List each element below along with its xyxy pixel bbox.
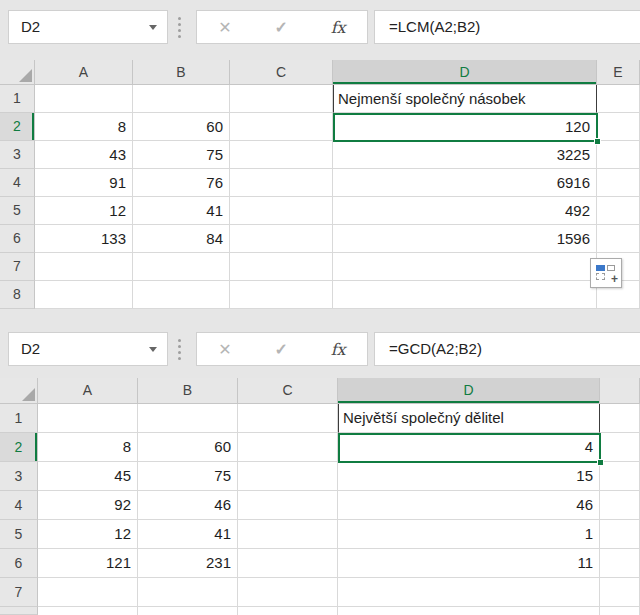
cell-C6[interactable] (230, 225, 333, 253)
cell-C2[interactable] (238, 433, 338, 462)
cell-partial[interactable] (338, 607, 600, 615)
cell-c43[interactable] (600, 462, 640, 491)
row-header-partial[interactable] (0, 607, 38, 615)
cell-c44[interactable] (600, 491, 640, 520)
cell-C6[interactable] (238, 549, 338, 578)
enter-icon[interactable]: ✓ (275, 18, 288, 37)
cell-B1[interactable] (138, 404, 238, 433)
drag-dots-separator[interactable] (175, 17, 183, 38)
cell-C8[interactable] (230, 281, 333, 309)
cell-B6[interactable]: 231 (138, 549, 238, 578)
cell-c42[interactable] (600, 433, 640, 462)
name-box[interactable]: D2 (8, 10, 168, 44)
row-header-7[interactable]: 7 (0, 578, 38, 607)
cell-C1[interactable] (230, 85, 333, 113)
cell-B4[interactable]: 46 (138, 491, 238, 520)
cell-C7[interactable] (238, 578, 338, 607)
cell-A3[interactable]: 43 (35, 141, 133, 169)
cell-partial[interactable] (238, 607, 338, 615)
row-header-5[interactable]: 5 (0, 520, 38, 549)
row-header-7[interactable]: 7 (0, 253, 35, 281)
cell-E1[interactable] (597, 85, 640, 113)
cell-c41[interactable] (600, 404, 640, 433)
cell-D3[interactable]: 15 (338, 462, 600, 491)
cell-A7[interactable] (35, 253, 133, 281)
row-header-1[interactable]: 1 (0, 85, 35, 113)
formula-input[interactable]: =GCD(A2;B2) (374, 332, 640, 366)
cell-C5[interactable] (230, 197, 333, 225)
cell-B8[interactable] (133, 281, 230, 309)
drag-dots-separator[interactable] (175, 339, 183, 360)
cell-D1[interactable]: Největší společný dělitel (338, 404, 600, 433)
column-header-E[interactable]: E (597, 60, 640, 85)
cell-A6[interactable]: 121 (38, 549, 138, 578)
cell-B1[interactable] (133, 85, 230, 113)
cell-B3[interactable]: 75 (133, 141, 230, 169)
cancel-icon[interactable]: ✕ (218, 340, 231, 359)
cell-D8[interactable] (333, 281, 597, 309)
cell-A7[interactable] (38, 578, 138, 607)
fill-handle[interactable] (597, 459, 604, 466)
enter-icon[interactable]: ✓ (275, 340, 288, 359)
cell-D5[interactable]: 1 (338, 520, 600, 549)
row-header-6[interactable]: 6 (0, 225, 35, 253)
cell-A2[interactable]: 8 (38, 433, 138, 462)
cell-c45[interactable] (600, 520, 640, 549)
cell-A3[interactable]: 45 (38, 462, 138, 491)
cell-B7[interactable] (138, 578, 238, 607)
insert-function-icon[interactable]: fx (331, 340, 346, 359)
cell-E2[interactable] (597, 113, 640, 141)
cell-c47[interactable] (600, 578, 640, 607)
insert-function-icon[interactable]: fx (331, 18, 346, 37)
chevron-down-icon[interactable] (149, 347, 157, 352)
cell-D4[interactable]: 46 (338, 491, 600, 520)
cell-B3[interactable]: 75 (138, 462, 238, 491)
cell-A4[interactable]: 91 (35, 169, 133, 197)
column-header-B[interactable]: B (138, 378, 238, 404)
column-header-e[interactable] (600, 378, 640, 404)
cell-A1[interactable] (38, 404, 138, 433)
name-box[interactable]: D2 (8, 332, 168, 366)
cell-A8[interactable] (35, 281, 133, 309)
cell-D2[interactable]: 4 (338, 433, 600, 462)
cell-D1[interactable]: Nejmenší společný násobek (333, 85, 597, 113)
cell-B2[interactable]: 60 (138, 433, 238, 462)
cell-B6[interactable]: 84 (133, 225, 230, 253)
cell-A1[interactable] (35, 85, 133, 113)
column-header-C[interactable]: C (238, 378, 338, 404)
cell-A6[interactable]: 133 (35, 225, 133, 253)
cell-D3[interactable]: 3225 (333, 141, 597, 169)
cell-B4[interactable]: 76 (133, 169, 230, 197)
cell-A5[interactable]: 12 (35, 197, 133, 225)
column-header-C[interactable]: C (230, 60, 333, 85)
cell-partial[interactable] (138, 607, 238, 615)
cell-A4[interactable]: 92 (38, 491, 138, 520)
cell-E6[interactable] (597, 225, 640, 253)
chevron-down-icon[interactable] (149, 25, 157, 30)
row-header-6[interactable]: 6 (0, 549, 38, 578)
cell-D5[interactable]: 492 (333, 197, 597, 225)
column-header-A[interactable]: A (38, 378, 138, 404)
column-header-D[interactable]: D (333, 60, 597, 85)
cell-C7[interactable] (230, 253, 333, 281)
cell-D4[interactable]: 6916 (333, 169, 597, 197)
column-header-D[interactable]: D (338, 378, 600, 404)
cell-C1[interactable] (238, 404, 338, 433)
cell-E5[interactable] (597, 197, 640, 225)
cell-C3[interactable] (238, 462, 338, 491)
formula-input[interactable]: =LCM(A2;B2) (374, 10, 640, 44)
cell-D7[interactable] (338, 578, 600, 607)
row-header-5[interactable]: 5 (0, 197, 35, 225)
cell-B2[interactable]: 60 (133, 113, 230, 141)
fill-handle[interactable] (594, 138, 601, 145)
row-header-3[interactable]: 3 (0, 462, 38, 491)
cell-E4[interactable] (597, 169, 640, 197)
cell-B7[interactable] (133, 253, 230, 281)
cell-D2[interactable]: 120 (333, 113, 597, 141)
cell-A5[interactable]: 12 (38, 520, 138, 549)
cell-C4[interactable] (230, 169, 333, 197)
row-header-2[interactable]: 2 (0, 113, 35, 141)
cell-D6[interactable]: 1596 (333, 225, 597, 253)
cell-C5[interactable] (238, 520, 338, 549)
autofill-options-button[interactable]: + (590, 258, 622, 288)
